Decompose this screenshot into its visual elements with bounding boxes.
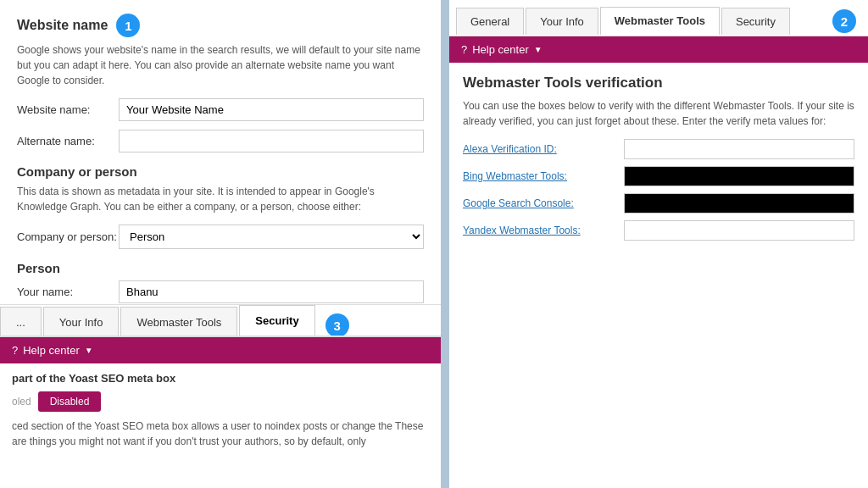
your-name-row: Your name:	[17, 280, 424, 303]
website-name-input[interactable]	[119, 98, 424, 121]
panel-divider	[442, 0, 449, 488]
your-name-label: Your name:	[17, 286, 119, 298]
question-icon: ?	[12, 344, 18, 357]
tab-general[interactable]: General	[456, 8, 524, 35]
yandex-label[interactable]: Yandex Webmaster Tools:	[463, 225, 615, 236]
bottom-description: ced section of the Yoast SEO meta box al…	[12, 419, 429, 449]
website-name-row: Website name:	[17, 98, 424, 121]
alternate-name-row: Alternate name:	[17, 130, 424, 152]
bold-prefix: part of the	[12, 372, 69, 385]
google-row: Google Search Console:	[463, 193, 854, 214]
website-name-section-header: Website name 1	[17, 14, 424, 37]
bing-row: Bing Webmaster Tools:	[463, 166, 854, 186]
help-bar-right[interactable]: ? Help center ▼	[449, 36, 868, 63]
alexa-row: Alexa Verification ID:	[463, 139, 854, 159]
tab-your-info[interactable]: Your Info	[43, 307, 120, 337]
your-name-input[interactable]	[119, 280, 424, 303]
tab-security[interactable]: Security	[239, 305, 314, 337]
disabled-toggle-button[interactable]: Disabled	[38, 391, 102, 412]
person-title: Person	[17, 261, 424, 275]
yoast-seo-bold: Yoast SEO meta box	[69, 372, 175, 385]
help-arrow-right-icon: ▼	[534, 45, 542, 54]
website-name-label: Website name:	[17, 103, 119, 116]
bottom-inner: part of the Yoast SEO meta box oled Disa…	[0, 363, 441, 458]
company-person-label: Company or person:	[17, 230, 119, 243]
alternate-name-label: Alternate name:	[17, 135, 119, 147]
website-name-description: Google shows your website's name in the …	[17, 42, 424, 88]
tab-webmaster-tools[interactable]: Webmaster Tools	[120, 307, 237, 337]
bottom-tabs-bar: ... Your Info Webmaster Tools Security 3	[0, 304, 441, 337]
bing-input[interactable]	[624, 166, 854, 186]
help-arrow-icon: ▼	[85, 346, 93, 355]
badge-3: 3	[326, 313, 349, 337]
meta-box-label: part of the Yoast SEO meta box	[12, 372, 429, 385]
google-input[interactable]	[624, 193, 854, 214]
website-name-title: Website name	[17, 18, 108, 33]
alexa-label[interactable]: Alexa Verification ID:	[463, 143, 615, 155]
badge-1: 1	[116, 14, 140, 37]
yandex-row: Yandex Webmaster Tools:	[463, 220, 854, 241]
company-person-description: This data is shown as metadata in your s…	[17, 184, 424, 214]
wt-title: Webmaster Tools verification	[463, 75, 854, 92]
tab-webmaster-tools-right[interactable]: Webmaster Tools	[600, 7, 720, 36]
google-label[interactable]: Google Search Console:	[463, 197, 615, 209]
question-icon-right: ?	[461, 43, 467, 56]
left-panel: Website name 1 Google shows your website…	[0, 0, 441, 488]
top-tabs-bar: General Your Info Webmaster Tools Securi…	[449, 0, 868, 36]
help-center-label: Help center	[23, 344, 79, 357]
toggle-row-left: oled Disabled	[12, 391, 429, 412]
badge-2: 2	[832, 9, 856, 33]
yandex-input[interactable]	[624, 220, 854, 241]
bottom-content-section: ? Help center ▼ part of the Yoast SEO me…	[0, 336, 441, 488]
company-person-title: Company or person	[17, 164, 424, 179]
alternate-name-input[interactable]	[119, 130, 424, 152]
tab-your-info-right[interactable]: Your Info	[526, 8, 598, 35]
tab-security-right[interactable]: Security	[721, 8, 790, 35]
enabled-placeholder: oled	[12, 396, 31, 408]
right-panel: General Your Info Webmaster Tools Securi…	[449, 0, 868, 488]
help-bar-left[interactable]: ? Help center ▼	[0, 337, 441, 363]
webmaster-tools-content: Webmaster Tools verification You can use…	[449, 63, 868, 259]
wt-description: You can use the boxes below to verify wi…	[463, 98, 854, 129]
company-person-select[interactable]: Person Company	[119, 225, 424, 249]
company-person-row: Company or person: Person Company	[17, 225, 424, 249]
help-center-label-right: Help center	[472, 43, 528, 56]
tab-ellipsis[interactable]: ...	[0, 307, 42, 337]
bing-label[interactable]: Bing Webmaster Tools:	[463, 170, 615, 182]
alexa-input[interactable]	[624, 139, 854, 159]
